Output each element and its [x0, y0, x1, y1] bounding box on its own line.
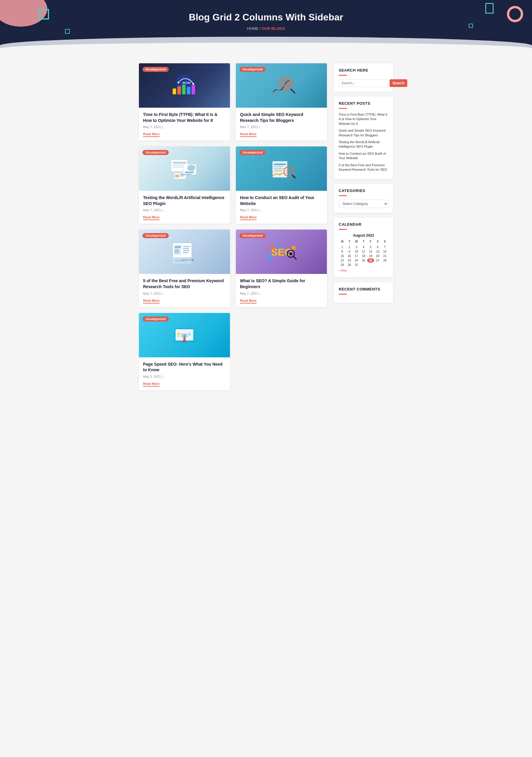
- card-image-4: Uncategorized: [236, 146, 327, 191]
- svg-line-52: [294, 257, 296, 259]
- card-title-7: Page Speed SEO: Here's What You Need to …: [143, 361, 226, 373]
- category-select[interactable]: Select Category SEO Blogging Tools Uncat…: [339, 200, 388, 208]
- card-title-3: Testing the WordLift Artificial Intellig…: [143, 195, 226, 206]
- svg-rect-28: [180, 176, 184, 177]
- card-title-1: Time to First Byte (TTFB): What It Is & …: [143, 112, 226, 123]
- card-badge-6: Uncategorized: [239, 233, 266, 238]
- blog-card-7: Uncategorized Page Sp: [139, 313, 230, 390]
- card-badge-2: Uncategorized: [239, 67, 266, 72]
- svg-point-16: [283, 85, 285, 86]
- svg-rect-20: [173, 165, 183, 166]
- card-read-more-6[interactable]: Read More: [240, 299, 257, 304]
- calendar-month-year: August 2022: [339, 233, 388, 237]
- recent-posts-underline: [339, 108, 347, 109]
- card-meta-4: May 7, 2021 | ,: [240, 208, 323, 212]
- card-image-5: Uncategorized SEARCH KEYWORD: [139, 229, 230, 274]
- cal-day-t1: T: [346, 239, 353, 244]
- card-body-5: 5 of the Best Free and Premium Keyword R…: [139, 274, 230, 307]
- svg-point-15: [277, 89, 279, 91]
- card-read-more-7[interactable]: Read More: [143, 382, 159, 387]
- blog-card-3: Uncategorized: [139, 146, 230, 224]
- svg-rect-60: [177, 330, 192, 332]
- search-button[interactable]: Search: [390, 79, 407, 87]
- card-meta-5: May 7, 2021 | ,: [143, 292, 226, 295]
- recent-comments-title: RECENT COMMENTS: [339, 287, 388, 291]
- search-widget: SEARCH HERE Search: [334, 63, 393, 92]
- card-image-6: Uncategorized SEO ?: [236, 229, 327, 274]
- main-container: Uncategorized 96/100: [133, 54, 399, 399]
- svg-rect-44: [183, 250, 189, 251]
- recent-post-2[interactable]: Quick and Simple SEO Keyword Research Ti…: [339, 128, 388, 137]
- card-body-4: How to Conduct an SEO Audit of Your Webs…: [236, 191, 327, 224]
- card-badge-4: Uncategorized: [239, 150, 266, 155]
- card-image-2: Uncategorized: [236, 63, 327, 108]
- svg-rect-62: [182, 334, 187, 338]
- card-meta-3: May 7, 2021 | ,: [143, 208, 226, 212]
- svg-rect-2: [177, 86, 181, 94]
- svg-rect-43: [183, 248, 189, 249]
- card-badge-5: Uncategorized: [142, 233, 169, 238]
- recent-post-1[interactable]: Time to First Byte (TTFB): What It Is & …: [339, 112, 388, 126]
- blog-card-2: Uncategorized: [236, 63, 327, 140]
- breadcrumb-home[interactable]: HOME: [247, 26, 259, 31]
- svg-point-7: [192, 83, 194, 85]
- svg-rect-27: [180, 174, 185, 175]
- svg-rect-41: [175, 249, 180, 254]
- search-widget-title: SEARCH HERE: [339, 68, 388, 73]
- card-read-more-1[interactable]: Read More: [143, 132, 159, 137]
- cal-week-1: 1234567: [339, 245, 388, 249]
- svg-text:96/100: 96/100: [182, 81, 191, 84]
- card-title-2: Quick and Simple SEO Keyword Research Ti…: [240, 112, 323, 123]
- svg-line-36: [292, 175, 295, 178]
- recent-posts-title: RECENT POSTS: [339, 101, 388, 106]
- card-read-more-4[interactable]: Read More: [240, 215, 257, 220]
- card-meta-6: May 7, 2021 | ,: [240, 292, 323, 295]
- calendar-title: CALENDAR: [339, 222, 388, 227]
- recent-post-3[interactable]: Testing the WordLift Artificial Intellig…: [339, 140, 388, 149]
- svg-point-37: [279, 174, 281, 175]
- card-image-1: Uncategorized 96/100: [139, 63, 230, 108]
- svg-point-14: [272, 92, 273, 94]
- blog-card-1: Uncategorized 96/100: [139, 63, 230, 140]
- recent-post-4[interactable]: How to Conduct an SEO Audit of Your Webs…: [339, 151, 388, 161]
- cal-week-3: 15161718192021: [339, 254, 388, 258]
- calendar-prev-link[interactable]: « May: [339, 269, 347, 272]
- svg-rect-45: [183, 252, 188, 253]
- card-read-more-5[interactable]: Read More: [143, 299, 159, 304]
- card-read-more-3[interactable]: Read More: [143, 215, 159, 220]
- categories-underline: [339, 195, 347, 196]
- calendar-widget: CALENDAR August 2022 M T W T F S S: [334, 217, 393, 278]
- svg-rect-30: [274, 164, 286, 165]
- card-title-4: How to Conduct an SEO Audit of Your Webs…: [240, 195, 323, 206]
- svg-rect-65: [188, 333, 191, 335]
- card-read-more-2[interactable]: Read More: [240, 132, 257, 137]
- card-meta-2: May 7, 2021 | ,: [240, 125, 323, 129]
- sidebar: SEARCH HERE Search RECENT POSTS Time to …: [334, 63, 393, 303]
- svg-rect-26: [175, 174, 180, 177]
- recent-comments-underline: [339, 294, 347, 295]
- card-body-1: Time to First Byte (TTFB): What It Is & …: [139, 108, 230, 140]
- svg-rect-40: [175, 246, 181, 248]
- svg-point-54: [277, 243, 280, 247]
- svg-rect-32: [274, 168, 284, 169]
- svg-rect-5: [191, 85, 195, 94]
- search-input[interactable]: [339, 79, 388, 87]
- page-title: Blog Grid 2 Columns With Sidebar: [6, 12, 526, 23]
- breadcrumb: HOME / OUR BLOGS: [6, 26, 526, 31]
- calendar-underline: [339, 229, 347, 230]
- calendar-table: M T W T F S S 1234567: [339, 239, 388, 267]
- card-badge-7: Uncategorized: [142, 317, 169, 321]
- card-badge-1: Uncategorized: [142, 67, 169, 72]
- svg-rect-42: [183, 246, 190, 247]
- recent-comments-widget: RECENT COMMENTS: [334, 282, 393, 303]
- blog-grid: Uncategorized 96/100: [139, 63, 327, 390]
- svg-point-6: [178, 82, 180, 83]
- card-body-3: Testing the WordLift Artificial Intellig…: [139, 191, 230, 224]
- svg-point-53: [270, 245, 275, 250]
- cal-week-5: 293031: [339, 263, 388, 267]
- card-body-7: Page Speed SEO: Here's What You Need to …: [139, 357, 230, 390]
- recent-post-5[interactable]: 5 of the Best Free and Premium Keyword R…: [339, 163, 388, 172]
- card-badge-3: Uncategorized: [142, 150, 169, 155]
- svg-rect-33: [274, 170, 282, 171]
- blog-card-5: Uncategorized SEARCH KEYWORD: [139, 229, 230, 307]
